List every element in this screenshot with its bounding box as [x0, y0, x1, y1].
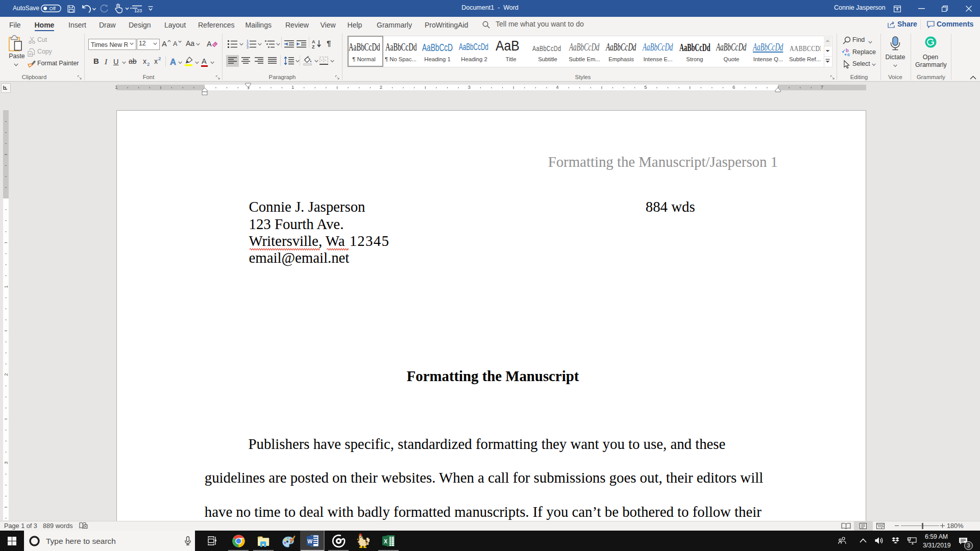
svg-text:Z: Z [312, 44, 315, 49]
svg-text:3: 3 [247, 45, 249, 49]
svg-text:X: X [384, 538, 387, 544]
svg-text:c: c [847, 52, 850, 57]
svg-text:123: 123 [134, 8, 142, 13]
svg-text:W: W [307, 538, 312, 544]
svg-text:A: A [312, 39, 315, 44]
svg-text:Off: Off [50, 6, 56, 11]
